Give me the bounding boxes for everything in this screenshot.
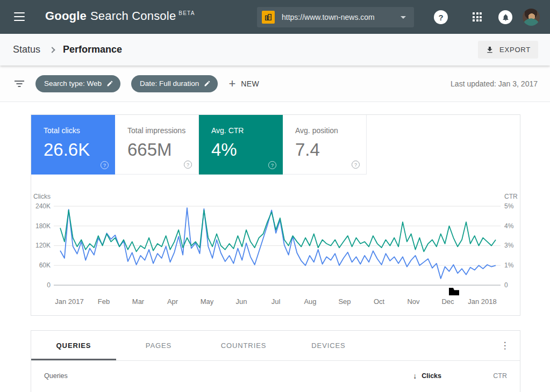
left-axis-tick: 120K bbox=[31, 242, 51, 249]
last-updated-text: Last updated: Jan 3, 2017 bbox=[451, 79, 538, 88]
page-title: Performance bbox=[63, 44, 122, 55]
card-label: Total impressions bbox=[127, 126, 198, 135]
help-icon: ? bbox=[438, 13, 443, 22]
left-axis-tick: 0 bbox=[31, 281, 51, 289]
app-logo: Google Search Console BETA bbox=[45, 9, 195, 23]
performance-chart: Clicks 240K 180K 120K 60K 0 CTR 5% 4% 3%… bbox=[31, 190, 520, 309]
x-axis-tick: Jan 2017 bbox=[55, 297, 84, 306]
x-axis-tick: Jan 2018 bbox=[468, 297, 497, 306]
export-button[interactable]: EXPORT bbox=[478, 41, 538, 59]
filter-list-icon[interactable] bbox=[14, 81, 25, 87]
notifications-button[interactable] bbox=[498, 10, 512, 24]
x-axis-tick: Oct bbox=[374, 297, 384, 306]
chip-date-range[interactable]: Date: Full duration bbox=[131, 75, 218, 92]
card-total-impressions[interactable]: Total impressions 665M ? bbox=[115, 115, 199, 175]
right-axis-tick: 4% bbox=[504, 222, 526, 230]
logo-google: Google bbox=[45, 9, 87, 23]
x-axis-tick: Nov bbox=[407, 297, 419, 306]
new-filter-label: NEW bbox=[241, 79, 259, 88]
download-icon bbox=[485, 46, 494, 54]
x-axis-tick: Dec bbox=[441, 297, 454, 306]
property-url: https://www.town-news.com bbox=[282, 13, 401, 21]
pencil-icon bbox=[204, 80, 211, 87]
help-circle-icon[interactable]: ? bbox=[184, 161, 192, 169]
chevron-down-icon bbox=[401, 16, 406, 19]
property-building-icon bbox=[262, 11, 275, 24]
right-axis-tick: 5% bbox=[504, 202, 526, 210]
x-axis-tick: Aug bbox=[304, 297, 316, 306]
right-axis-title: CTR bbox=[504, 193, 526, 200]
google-apps-grid-icon[interactable] bbox=[473, 12, 482, 22]
help-circle-icon[interactable]: ? bbox=[101, 161, 109, 169]
user-avatar[interactable] bbox=[523, 9, 540, 26]
left-axis-tick: 180K bbox=[31, 222, 51, 230]
help-circle-icon[interactable]: ? bbox=[268, 161, 276, 169]
x-axis-tick: Mar bbox=[132, 297, 144, 306]
breadcrumb-chevron-icon bbox=[49, 47, 55, 53]
card-value: 4% bbox=[211, 140, 283, 160]
right-axis-tick: 3% bbox=[504, 242, 526, 249]
x-axis-tick: Jun bbox=[236, 297, 247, 306]
tab-devices[interactable]: DEVICES bbox=[286, 331, 371, 360]
x-axis-tick: Sep bbox=[338, 297, 351, 306]
x-axis-tick: Apr bbox=[167, 297, 178, 306]
left-axis-title: Clicks bbox=[31, 193, 51, 200]
new-filter-button[interactable]: + NEW bbox=[228, 78, 259, 90]
tab-queries[interactable]: QUERIES bbox=[31, 331, 116, 360]
x-axis-tick: May bbox=[201, 297, 214, 306]
tab-countries[interactable]: COUNTRIES bbox=[201, 331, 286, 360]
performance-chart-svg bbox=[54, 197, 501, 293]
sort-desc-icon: ↓ bbox=[413, 372, 417, 380]
card-label: Avg. position bbox=[295, 126, 366, 135]
property-selector[interactable]: https://www.town-news.com bbox=[257, 7, 414, 27]
menu-hamburger-icon[interactable] bbox=[14, 12, 25, 21]
plus-icon: + bbox=[228, 78, 235, 90]
chip-search-type-label: Search type: Web bbox=[44, 79, 102, 88]
right-axis-tick: 1% bbox=[504, 262, 526, 269]
tab-pages[interactable]: PAGES bbox=[116, 331, 201, 360]
column-header-queries: Queries bbox=[44, 372, 413, 380]
dimensions-panel: QUERIES PAGES COUNTRIES DEVICES ⋮ Querie… bbox=[31, 330, 520, 392]
card-value: 7.4 bbox=[295, 140, 366, 160]
more-vert-icon[interactable]: ⋮ bbox=[497, 338, 512, 353]
x-axis-tick: Feb bbox=[98, 297, 110, 306]
pencil-icon bbox=[106, 80, 113, 87]
right-axis-tick: 0 bbox=[504, 281, 526, 289]
filter-bar: Search type: Web Date: Full duration + N… bbox=[0, 66, 550, 102]
table-header-row: Queries ↓ Clicks CTR bbox=[31, 361, 520, 391]
bell-icon bbox=[502, 13, 510, 21]
x-axis-labels: Jan 2017 Feb Mar Apr May Jun Jul Aug Sep… bbox=[54, 297, 501, 308]
beta-badge: BETA bbox=[178, 10, 195, 16]
left-axis-tick: 60K bbox=[31, 262, 51, 269]
metric-cards-row: Total clicks 26.6K ? Total impressions 6… bbox=[31, 115, 520, 175]
card-label: Total clicks bbox=[44, 126, 115, 135]
help-circle-icon[interactable]: ? bbox=[352, 161, 360, 169]
left-axis-tick: 240K bbox=[31, 202, 51, 210]
dimension-tabs: QUERIES PAGES COUNTRIES DEVICES ⋮ bbox=[31, 331, 520, 361]
performance-panel: Total clicks 26.6K ? Total impressions 6… bbox=[31, 114, 520, 316]
breadcrumb-status[interactable]: Status bbox=[13, 44, 40, 55]
chip-date-label: Date: Full duration bbox=[140, 79, 199, 88]
breadcrumb-bar: Status Performance EXPORT bbox=[0, 34, 550, 66]
clicks-header-label: Clicks bbox=[422, 372, 441, 380]
card-avg-position[interactable]: Avg. position 7.4 ? bbox=[283, 115, 367, 175]
help-button[interactable]: ? bbox=[434, 10, 448, 24]
card-avg-ctr[interactable]: Avg. CTR 4% ? bbox=[199, 115, 283, 175]
card-total-clicks[interactable]: Total clicks 26.6K ? bbox=[31, 115, 115, 175]
export-label: EXPORT bbox=[499, 46, 531, 54]
x-axis-tick: Jul bbox=[272, 297, 281, 306]
card-value: 26.6K bbox=[44, 140, 115, 160]
top-app-bar: Google Search Console BETA https://www.t… bbox=[0, 0, 550, 34]
card-value: 665M bbox=[127, 140, 198, 160]
logo-product: Search Console bbox=[90, 9, 176, 23]
column-header-ctr[interactable]: CTR bbox=[441, 372, 507, 380]
column-header-clicks-sort[interactable]: ↓ Clicks bbox=[413, 372, 441, 380]
card-label: Avg. CTR bbox=[211, 126, 283, 135]
chip-search-type[interactable]: Search type: Web bbox=[35, 75, 120, 92]
